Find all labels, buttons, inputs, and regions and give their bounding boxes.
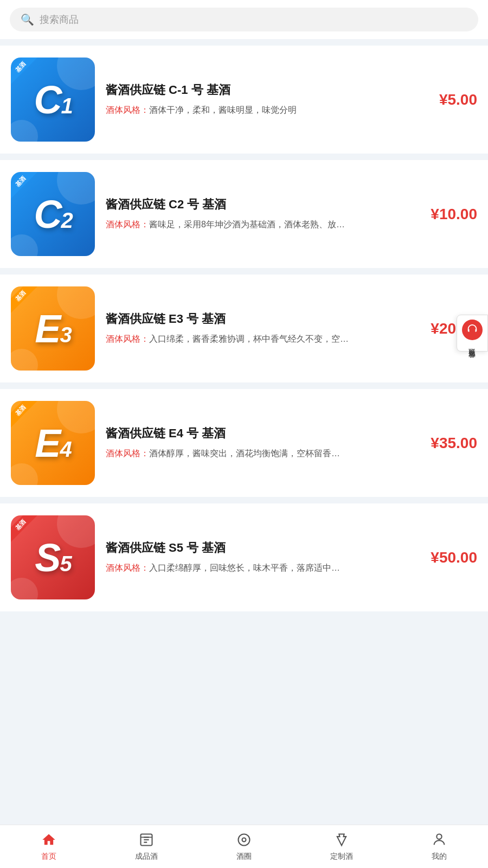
product-desc-s5: 酒体风格：入口柔绵醇厚，回味悠长，味木平香，落席适中… bbox=[106, 561, 420, 575]
nav-icon-mine bbox=[432, 832, 447, 850]
nav-label-home: 首页 bbox=[41, 852, 56, 861]
product-image-s5: 基酒 S5 bbox=[11, 515, 95, 599]
nav-label-mine: 我的 bbox=[432, 852, 447, 861]
nav-icon-custom bbox=[334, 832, 349, 850]
product-badge-e3: 基酒 bbox=[11, 286, 41, 317]
nav-item-finished[interactable]: 成品酒 bbox=[98, 828, 195, 866]
product-price-c2: ¥10.00 bbox=[431, 206, 477, 223]
product-desc-c1: 酒体风格：酒体干净，柔和，酱味明显，味觉分明 bbox=[106, 103, 428, 117]
nav-icon-finished bbox=[139, 832, 154, 850]
product-card-e3[interactable]: 基酒 E3 酱酒供应链 E3 号 基酒 酒体风格：入口绵柔，酱香柔雅协调，杯中香… bbox=[0, 275, 488, 382]
product-title-c1: 酱酒供应链 C-1 号 基酒 bbox=[106, 82, 428, 99]
nav-label-custom: 定制酒 bbox=[330, 852, 353, 861]
product-card-c2[interactable]: 基酒 C2 酱酒供应链 C2 号 基酒 酒体风格：酱味足，采用8年坤沙酒为基础酒… bbox=[0, 160, 488, 268]
nav-item-custom[interactable]: 定制酒 bbox=[293, 828, 390, 866]
product-info-s5: 酱酒供应链 S5 号 基酒 酒体风格：入口柔绵醇厚，回味悠长，味木平香，落席适中… bbox=[106, 540, 420, 575]
nav-label-circle: 酒圈 bbox=[236, 852, 252, 861]
customer-service-text: 联系客服 bbox=[467, 342, 478, 347]
svg-point-1 bbox=[239, 834, 250, 845]
product-title-s5: 酱酒供应链 S5 号 基酒 bbox=[106, 540, 420, 557]
product-card-s5[interactable]: 基酒 S5 酱酒供应链 S5 号 基酒 酒体风格：入口柔绵醇厚，回味悠长，味木平… bbox=[0, 503, 488, 611]
svg-point-2 bbox=[242, 838, 246, 841]
product-price-c1: ¥5.00 bbox=[439, 91, 477, 108]
customer-service-icon bbox=[462, 320, 483, 340]
product-title-c2: 酱酒供应链 C2 号 基酒 bbox=[106, 196, 420, 213]
product-card-e4[interactable]: 基酒 E4 酱酒供应链 E4 号 基酒 酒体风格：酒体醇厚，酱味突出，酒花均衡饱… bbox=[0, 389, 488, 497]
product-info-e3: 酱酒供应链 E3 号 基酒 酒体风格：入口绵柔，酱香柔雅协调，杯中香气经久不变，… bbox=[106, 311, 420, 346]
product-price-e4: ¥35.00 bbox=[431, 435, 477, 452]
product-info-c1: 酱酒供应链 C-1 号 基酒 酒体风格：酒体干净，柔和，酱味明显，味觉分明 bbox=[106, 82, 428, 117]
search-bar[interactable]: 🔍 搜索商品 bbox=[10, 8, 478, 31]
product-info-e4: 酱酒供应链 E4 号 基酒 酒体风格：酒体醇厚，酱味突出，酒花均衡饱满，空杯留香… bbox=[106, 425, 420, 460]
product-desc-label-e3: 酒体风格： bbox=[106, 334, 149, 343]
product-desc-e3: 酒体风格：入口绵柔，酱香柔雅协调，杯中香气经久不变，空… bbox=[106, 332, 420, 346]
product-desc-label-e4: 酒体风格： bbox=[106, 449, 149, 458]
nav-item-mine[interactable]: 我的 bbox=[390, 828, 488, 866]
product-title-e4: 酱酒供应链 E4 号 基酒 bbox=[106, 425, 420, 442]
nav-icon-home bbox=[41, 832, 56, 850]
product-title-e3: 酱酒供应链 E3 号 基酒 bbox=[106, 311, 420, 328]
product-desc-c2: 酒体风格：酱味足，采用8年坤沙酒为基础酒，酒体老熟、放… bbox=[106, 218, 420, 232]
product-desc-e4: 酒体风格：酒体醇厚，酱味突出，酒花均衡饱满，空杯留香… bbox=[106, 446, 420, 461]
product-badge-e4: 基酒 bbox=[11, 401, 41, 431]
search-icon: 🔍 bbox=[21, 13, 34, 26]
nav-label-finished: 成品酒 bbox=[135, 852, 158, 861]
product-price-s5: ¥50.00 bbox=[431, 549, 477, 566]
product-image-c1: 基酒 C1 bbox=[11, 58, 95, 142]
product-image-e4: 基酒 E4 bbox=[11, 401, 95, 485]
product-badge-s5: 基酒 bbox=[11, 515, 41, 546]
product-desc-label-c1: 酒体风格： bbox=[106, 105, 149, 114]
bottom-navigation: 首页 成品酒 酒圈 定制酒 我的 bbox=[0, 825, 488, 868]
product-desc-label-s5: 酒体风格： bbox=[106, 563, 149, 572]
product-badge-c1: 基酒 bbox=[11, 58, 41, 88]
product-list: 基酒 C1 酱酒供应链 C-1 号 基酒 酒体风格：酒体干净，柔和，酱味明显，味… bbox=[0, 39, 488, 618]
svg-point-3 bbox=[436, 834, 441, 839]
nav-icon-circle bbox=[236, 832, 252, 850]
product-image-e3: 基酒 E3 bbox=[11, 286, 95, 371]
product-desc-label-c2: 酒体风格： bbox=[106, 220, 149, 229]
product-image-c2: 基酒 C2 bbox=[11, 172, 95, 256]
search-bar-container: 🔍 搜索商品 bbox=[0, 0, 488, 39]
search-input-placeholder: 搜索商品 bbox=[40, 13, 79, 26]
product-card-c1[interactable]: 基酒 C1 酱酒供应链 C-1 号 基酒 酒体风格：酒体干净，柔和，酱味明显，味… bbox=[0, 46, 488, 154]
float-customer-service[interactable]: 联系客服 bbox=[457, 315, 488, 352]
product-info-c2: 酱酒供应链 C2 号 基酒 酒体风格：酱味足，采用8年坤沙酒为基础酒，酒体老熟、… bbox=[106, 196, 420, 231]
nav-item-circle[interactable]: 酒圈 bbox=[195, 828, 293, 866]
nav-item-home[interactable]: 首页 bbox=[0, 828, 98, 866]
product-badge-c2: 基酒 bbox=[11, 172, 41, 202]
